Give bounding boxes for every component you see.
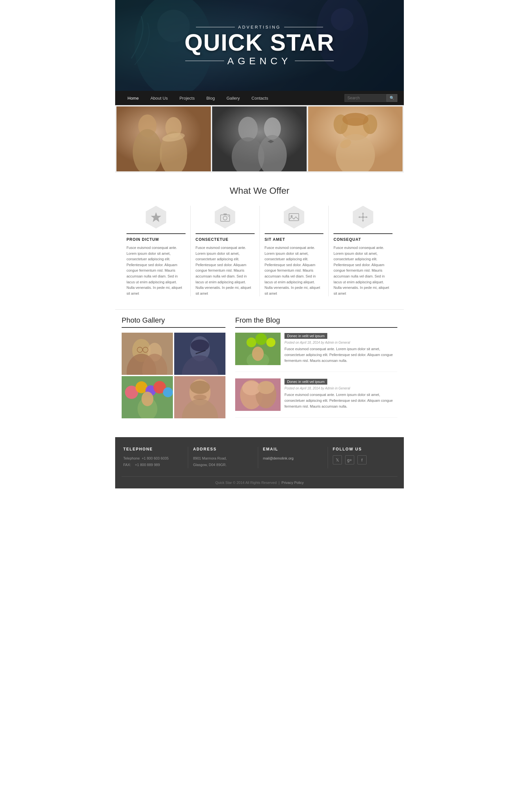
svg-point-22: [342, 113, 368, 126]
offer-item-2: CONSECTETUE Fusce euismod consequat ante…: [191, 206, 260, 296]
offer-item-3: SIT AMET Fusce euismod consequat ante. L…: [260, 206, 329, 296]
footer-email-text: mail@demolink.org: [263, 455, 323, 462]
offer-text-1: Fusce euismod consequat ante. Lorem ipsu…: [126, 245, 186, 296]
nav-search-form: 🔍: [344, 94, 397, 102]
nav-home[interactable]: Home: [122, 91, 145, 105]
nav-blog[interactable]: Blog: [201, 91, 220, 105]
blog-col: From the Blog Donec in velit vel ipsum P…: [235, 316, 397, 424]
blog-image-2[interactable]: [235, 378, 281, 411]
nav-gallery[interactable]: Gallery: [220, 91, 246, 105]
blog-text-1: Fusce euismod consequat ante. Lorem ipsu…: [284, 346, 397, 364]
hero-image-2: [212, 107, 307, 171]
footer-email-address[interactable]: mail@demolink.org: [263, 455, 323, 462]
search-button[interactable]: 🔍: [387, 94, 397, 102]
svg-point-74: [257, 381, 274, 394]
svg-marker-37: [366, 216, 368, 218]
footer-telephone-text: Telephone +1 800 603 6035 FAX: +1 800 88…: [123, 455, 183, 468]
blog-badge-2[interactable]: Donec in velit vel ipsum: [284, 379, 327, 384]
nav-links: Home About Us Projects Blog Gallery Cont…: [122, 91, 344, 105]
blog-item-2: Donec in velit vel ipsum Posted on April…: [235, 378, 397, 418]
offer-icon-move: [352, 206, 374, 229]
nav-projects[interactable]: Projects: [174, 91, 201, 105]
footer-follow-us: FOLLOW US 𝕏 g+ f: [328, 447, 397, 468]
offer-title-3: SIT AMET: [265, 233, 324, 242]
svg-point-63: [193, 395, 207, 400]
footer: TELEPHONE Telephone +1 800 603 6035 FAX:…: [115, 437, 404, 488]
footer-telephone-title: TELEPHONE: [123, 447, 183, 452]
offer-text-4: Fusce euismod consequat ante. Lorem ipsu…: [333, 245, 393, 296]
footer-social-links: 𝕏 g+ f: [333, 455, 393, 464]
svg-point-38: [362, 216, 364, 218]
svg-point-27: [223, 216, 227, 220]
blog-meta-1: Posted on April 18, 2014 by Admin in Gen…: [284, 341, 397, 344]
footer-address-line-1: 8901 Marmora Road,: [193, 455, 253, 462]
offers-grid: PROIN DICTUM Fusce euismod consequat ant…: [115, 206, 404, 306]
offer-title-2: CONSECTETUE: [195, 233, 255, 242]
gallery-image-1[interactable]: [122, 332, 173, 375]
blog-meta-2: Posted on April 18, 2014 by Admin in Gen…: [284, 386, 397, 390]
blog-image-1[interactable]: [235, 332, 281, 365]
privacy-policy-link[interactable]: Privacy Policy: [281, 481, 304, 485]
svg-point-56: [163, 387, 173, 398]
gallery-image-4[interactable]: [174, 376, 225, 418]
photo-gallery-col: Photo Gallery: [122, 316, 225, 424]
hero-image-1: [117, 107, 211, 171]
svg-point-29: [228, 216, 229, 217]
nav-about[interactable]: About Us: [145, 91, 174, 105]
footer-address-text: 8901 Marmora Road, Glasgow, D04 89GR.: [193, 455, 253, 468]
gallery-image-2[interactable]: [174, 332, 225, 375]
svg-marker-36: [359, 216, 360, 218]
svg-point-66: [255, 333, 267, 345]
footer-bottom: Quick Star © 2014 All Rights Reserved | …: [122, 476, 397, 488]
googleplus-icon[interactable]: g+: [345, 455, 354, 464]
offer-item-1: PROIN DICTUM Fusce euismod consequat ant…: [122, 206, 191, 296]
footer-email: EMAIL mail@demolink.org: [258, 447, 328, 468]
svg-marker-34: [362, 212, 364, 214]
svg-point-65: [247, 338, 256, 347]
footer-address-title: ADDRESS: [193, 447, 253, 452]
footer-address-line-2: Glasgow, D04 89GR.: [193, 462, 253, 468]
footer-copyright: Quick Star © 2014 All Rights Reserved |: [215, 481, 281, 485]
footer-phone-line-2: FAX: +1 800 889 989: [123, 462, 183, 468]
gallery-grid: [122, 332, 225, 418]
footer-follow-title: FOLLOW US: [333, 447, 393, 452]
footer-address: ADDRESS 8901 Marmora Road, Glasgow, D04 …: [188, 447, 258, 468]
header-agency-label: AGENCY: [185, 56, 335, 66]
header-content: ADVERTISING QUICK STAR AGENCY: [185, 25, 335, 66]
svg-point-61: [190, 381, 210, 394]
hero-image-3: [308, 107, 402, 171]
offer-text-3: Fusce euismod consequat ante. Lorem ipsu…: [265, 245, 324, 296]
header-advertising-label: ADVERTISING: [185, 25, 335, 30]
svg-rect-30: [289, 213, 299, 221]
hero-images: [115, 105, 404, 173]
gallery-image-3[interactable]: [122, 376, 173, 418]
footer-email-title: EMAIL: [263, 447, 323, 452]
offer-icon-star: [145, 206, 167, 229]
blog-content-2: Donec in velit vel ipsum Posted on April…: [284, 378, 397, 411]
search-input[interactable]: [344, 94, 387, 102]
svg-rect-28: [223, 213, 227, 215]
offer-title-4: CONSEQUAT: [333, 233, 393, 242]
footer-phone-line-1: Telephone +1 800 603 6035: [123, 455, 183, 462]
svg-point-58: [142, 392, 153, 406]
gallery-blog-section: Photo Gallery: [115, 309, 404, 431]
svg-marker-35: [362, 220, 364, 222]
nav-contacts[interactable]: Contacts: [246, 91, 274, 105]
blog-title: From the Blog: [235, 316, 397, 328]
footer-top: TELEPHONE Telephone +1 800 603 6035 FAX:…: [122, 447, 397, 476]
blog-item-1: Donec in velit vel ipsum Posted on April…: [235, 332, 397, 372]
facebook-icon[interactable]: f: [358, 455, 367, 464]
blog-badge-1[interactable]: Donec in velit vel ipsum: [284, 333, 327, 339]
header-title: QUICK STAR: [185, 31, 335, 54]
gallery-title: Photo Gallery: [122, 316, 225, 328]
svg-marker-25: [151, 212, 161, 222]
offer-title-1: PROIN DICTUM: [126, 233, 186, 242]
blog-text-2: Fusce euismod consequat ante. Lorem ipsu…: [284, 392, 397, 409]
offer-item-4: CONSEQUAT Fusce euismod consequat ante. …: [329, 206, 397, 296]
svg-point-67: [266, 338, 275, 347]
offers-section-title: What We Offer: [115, 173, 404, 206]
navigation: Home About Us Projects Blog Gallery Cont…: [115, 91, 404, 105]
offer-icon-image: [282, 206, 305, 229]
header: ADVERTISING QUICK STAR AGENCY: [115, 0, 404, 91]
twitter-icon[interactable]: 𝕏: [333, 455, 342, 464]
